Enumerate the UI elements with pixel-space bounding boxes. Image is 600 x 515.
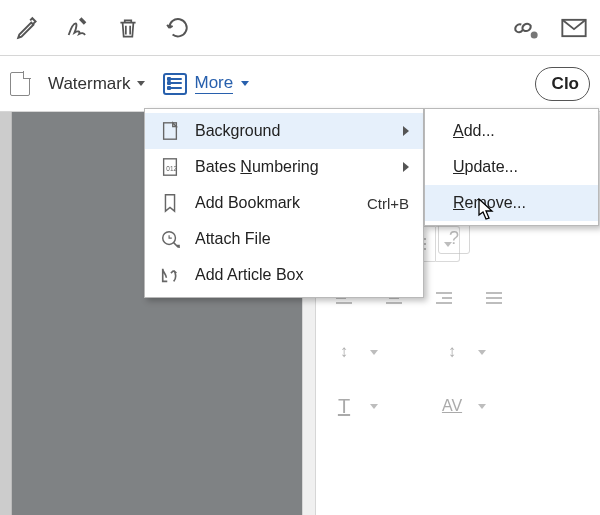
menu-item-icon [159, 121, 181, 141]
menu-item-icon: 012 [159, 157, 181, 177]
submenu-item-label: Add... [453, 122, 570, 140]
signature-icon[interactable] [64, 14, 92, 42]
submenu-item-remove-[interactable]: Remove... [425, 185, 598, 221]
menu-item-icon [159, 229, 181, 249]
second-toolbar-left: Watermark More [10, 72, 249, 96]
page-icon[interactable] [10, 72, 30, 96]
close-button[interactable]: Clo [535, 67, 590, 101]
svg-point-0 [531, 31, 538, 38]
chevron-down-icon [241, 81, 249, 86]
chevron-right-icon [403, 162, 409, 172]
menu-item-attach-file[interactable]: Attach File [145, 221, 423, 257]
menu-item-bates-numbering[interactable]: 012Bates Numbering [145, 149, 423, 185]
align-justify-button[interactable] [476, 280, 512, 316]
second-toolbar: Watermark More Clo [0, 56, 600, 112]
horizontal-scale-button[interactable]: T [326, 388, 386, 424]
menu-item-icon [159, 193, 181, 213]
svg-text:012: 012 [166, 165, 177, 172]
spacing-row: ↕ ↕ [326, 334, 590, 370]
background-submenu: Add...Update...Remove... [424, 108, 599, 226]
menu-item-label: Background [195, 122, 389, 140]
menu-item-icon [159, 265, 181, 285]
menu-item-label: Bates Numbering [195, 158, 389, 176]
toolbar-right-group [512, 14, 592, 42]
more-menu: Background012Bates NumberingAdd Bookmark… [144, 108, 424, 298]
redo-icon[interactable] [164, 14, 192, 42]
help-label: ? [449, 228, 459, 249]
menu-item-add-article-box[interactable]: Add Article Box [145, 257, 423, 293]
menu-item-background[interactable]: Background [145, 113, 423, 149]
pencil-icon[interactable] [14, 14, 42, 42]
close-label: Clo [552, 74, 579, 93]
menu-item-label: Add Article Box [195, 266, 409, 284]
left-edge-strip [0, 112, 12, 515]
more-label: More [195, 73, 234, 94]
link-cloud-icon[interactable] [512, 14, 540, 42]
watermark-dropdown[interactable]: Watermark [48, 74, 145, 94]
toolbar-left-group [8, 14, 192, 42]
char-spacing-button[interactable]: AV [434, 388, 494, 424]
submenu-item-add-[interactable]: Add... [425, 113, 598, 149]
more-dropdown[interactable]: More [163, 73, 250, 95]
trash-icon[interactable] [114, 14, 142, 42]
scale-row: T AV [326, 388, 590, 424]
menu-item-label: Add Bookmark [195, 194, 353, 212]
mail-icon[interactable] [560, 14, 588, 42]
line-spacing-button[interactable]: ↕ [326, 334, 386, 370]
help-button[interactable]: ? [438, 222, 470, 254]
submenu-item-label: Update... [453, 158, 570, 176]
chevron-down-icon [137, 81, 145, 86]
menu-item-add-bookmark[interactable]: Add BookmarkCtrl+B [145, 185, 423, 221]
paragraph-spacing-button[interactable]: ↕ [434, 334, 494, 370]
chevron-right-icon [403, 126, 409, 136]
menu-item-shortcut: Ctrl+B [367, 195, 409, 212]
submenu-item-label: Remove... [453, 194, 570, 212]
more-icon [163, 73, 187, 95]
watermark-label: Watermark [48, 74, 131, 94]
top-toolbar [0, 0, 600, 56]
menu-item-label: Attach File [195, 230, 409, 248]
align-right-button[interactable] [426, 280, 462, 316]
submenu-item-update-[interactable]: Update... [425, 149, 598, 185]
